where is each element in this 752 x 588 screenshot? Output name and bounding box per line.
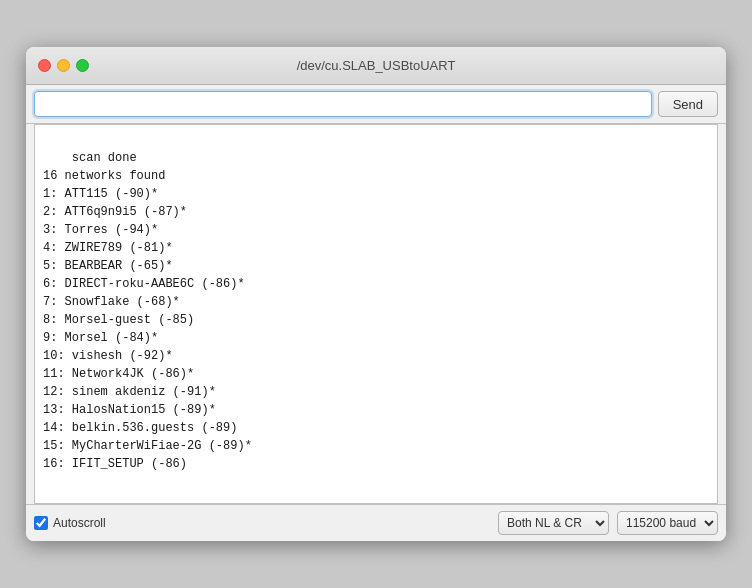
window-title: /dev/cu.SLAB_USBtoUART	[297, 58, 456, 73]
toolbar: Send	[26, 85, 726, 124]
autoscroll-container: Autoscroll	[34, 516, 490, 530]
window-controls	[38, 59, 89, 72]
terminal-output: scan done 16 networks found 1: ATT115 (-…	[34, 124, 718, 504]
status-bar: Autoscroll Both NL & CR No line ending N…	[26, 504, 726, 541]
command-input[interactable]	[34, 91, 652, 117]
title-bar: /dev/cu.SLAB_USBtoUART	[26, 47, 726, 85]
baud-rate-select[interactable]: 115200 baud 300 baud 1200 baud 2400 baud…	[617, 511, 718, 535]
main-window: /dev/cu.SLAB_USBtoUART Send scan done 16…	[26, 47, 726, 541]
minimize-button[interactable]	[57, 59, 70, 72]
send-button[interactable]: Send	[658, 91, 718, 117]
line-ending-select[interactable]: Both NL & CR No line ending Newline Carr…	[498, 511, 609, 535]
terminal-text: scan done 16 networks found 1: ATT115 (-…	[43, 151, 252, 471]
autoscroll-checkbox[interactable]	[34, 516, 48, 530]
close-button[interactable]	[38, 59, 51, 72]
maximize-button[interactable]	[76, 59, 89, 72]
autoscroll-label: Autoscroll	[53, 516, 106, 530]
